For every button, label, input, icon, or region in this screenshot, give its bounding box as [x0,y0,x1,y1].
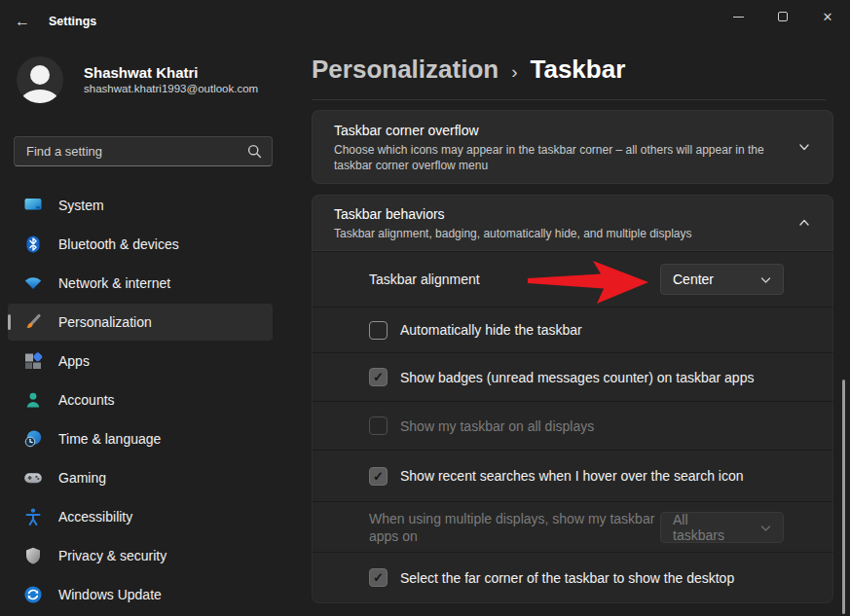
row-far-corner-desktop: Select the far corner of the taskbar to … [312,552,833,603]
setting-label: Taskbar alignment [369,272,480,287]
sidebar-item-label: Apps [58,353,90,369]
system-icon [23,196,43,215]
card-taskbar-corner-overflow: Taskbar corner overflow Choose which ico… [312,110,833,184]
maximize-button[interactable] [760,0,805,33]
sidebar-nav: System Bluetooth & devices Network & int… [8,187,273,615]
setting-label: Show recent searches when I hover over t… [400,468,744,484]
sidebar-item-label: Privacy & security [58,548,166,563]
windows-update-icon [23,585,43,604]
back-arrow-icon: ← [15,13,30,30]
sidebar-item-label: Accounts [58,392,115,408]
row-multiple-displays: When using multiple displays, show my ta… [312,501,833,552]
title-bar: ← Settings ✕ [0,0,850,43]
row-show-badges: Show badges (unread messages counter) on… [312,352,833,401]
row-taskbar-all-displays: Show my taskbar on all displays [312,401,833,450]
window-controls: ✕ [716,0,850,39]
sidebar-item-accessibility[interactable]: Accessibility [8,498,273,535]
sidebar-item-personalization[interactable]: Personalization [8,304,273,341]
recent-searches-checkbox[interactable] [369,467,388,486]
row-recent-searches: Show recent searches when I hover over t… [312,450,833,501]
taskbar-alignment-dropdown[interactable]: Center [660,264,784,295]
minimize-button[interactable] [716,0,760,33]
card-title: Taskbar corner overflow [334,122,778,140]
expander-taskbar-corner-overflow[interactable]: Taskbar corner overflow Choose which ico… [313,111,832,183]
page-title: Taskbar [530,54,625,85]
settings-window: ← Settings ✕ Shashwat Khatri shashwat.kh… [0,0,850,616]
sidebar-item-bluetooth[interactable]: Bluetooth & devices [8,226,273,263]
sidebar-item-label: Time & language [58,431,161,447]
sidebar-item-label: Gaming [58,470,106,486]
close-icon: ✕ [823,11,833,23]
sidebar-item-windows-update[interactable]: Windows Update [8,576,273,613]
content-divider [312,99,826,100]
minimize-icon [733,17,744,18]
breadcrumb: Personalization › Taskbar [312,54,625,85]
sidebar-item-privacy-security[interactable]: Privacy & security [8,537,273,574]
accounts-icon [23,390,43,410]
apps-icon [23,351,43,371]
row-taskbar-alignment: Taskbar alignment Center [312,251,833,307]
sidebar-item-label: Network & internet [58,275,170,291]
taskbar-behaviors-rows: Taskbar alignment Center Automatically h… [312,251,833,603]
card-title: Taskbar behaviors [334,205,778,224]
setting-label: When using multiple displays, show my ta… [369,510,660,545]
sidebar-item-label: System [58,198,104,213]
sidebar-item-time-language[interactable]: Time & language [8,420,273,457]
card-taskbar-behaviors: Taskbar behaviors Taskbar alignment, bad… [312,195,833,251]
accessibility-icon [23,507,43,526]
far-corner-checkbox[interactable] [369,568,388,587]
setting-label: Automatically hide the taskbar [400,322,582,338]
sidebar-item-gaming[interactable]: Gaming [8,459,273,496]
setting-label: Select the far corner of the taskbar to … [400,570,734,586]
expander-taskbar-behaviors[interactable]: Taskbar behaviors Taskbar alignment, bad… [313,196,832,250]
sidebar-item-label: Accessibility [58,509,132,525]
personalization-icon [23,312,43,332]
chevron-down-icon [760,519,771,536]
avatar [17,56,63,103]
sidebar-item-label: Windows Update [58,587,162,602]
sidebar-item-system[interactable]: System [8,187,273,224]
account-profile[interactable]: Shashwat Khatri shashwat.khatri1993@outl… [17,56,258,103]
breadcrumb-parent[interactable]: Personalization [312,54,499,85]
privacy-icon [23,546,43,565]
sidebar-item-label: Personalization [58,314,152,330]
row-auto-hide-taskbar: Automatically hide the taskbar [312,307,833,352]
card-description: Taskbar alignment, badging, automaticall… [334,226,778,241]
bluetooth-icon [23,235,43,254]
chevron-down-icon[interactable] [797,140,811,154]
back-button[interactable]: ← [8,9,37,34]
dropdown-value: Center [673,272,714,287]
sidebar-item-apps[interactable]: Apps [8,343,273,380]
scrollbar-thumb[interactable] [842,380,845,614]
dropdown-value: All taskbars [673,512,743,543]
setting-label: Show badges (unread messages counter) on… [400,370,754,385]
close-button[interactable]: ✕ [805,0,850,33]
setting-label: Show my taskbar on all displays [400,418,594,434]
show-badges-checkbox[interactable] [369,368,388,386]
network-icon [23,273,43,293]
all-displays-checkbox [369,417,388,435]
breadcrumb-separator: › [511,61,517,83]
search-icon [247,144,262,159]
sidebar-item-label: Bluetooth & devices [58,236,179,252]
window-title: Settings [49,15,96,28]
card-description: Choose which icons may appear in the tas… [334,142,778,173]
search-input[interactable] [24,143,241,160]
profile-email: shashwat.khatri1993@outlook.com [84,82,258,96]
sidebar-item-accounts[interactable]: Accounts [8,381,273,418]
sidebar-item-network[interactable]: Network & internet [8,265,273,302]
gaming-icon [23,468,43,488]
maximize-icon [778,12,788,21]
auto-hide-checkbox[interactable] [369,321,388,340]
chevron-up-icon[interactable] [797,216,811,230]
time-language-icon [23,429,43,449]
chevron-down-icon [760,271,771,288]
multiple-displays-dropdown: All taskbars [660,512,784,543]
search-box [14,136,273,166]
profile-name: Shashwat Khatri [84,64,258,82]
